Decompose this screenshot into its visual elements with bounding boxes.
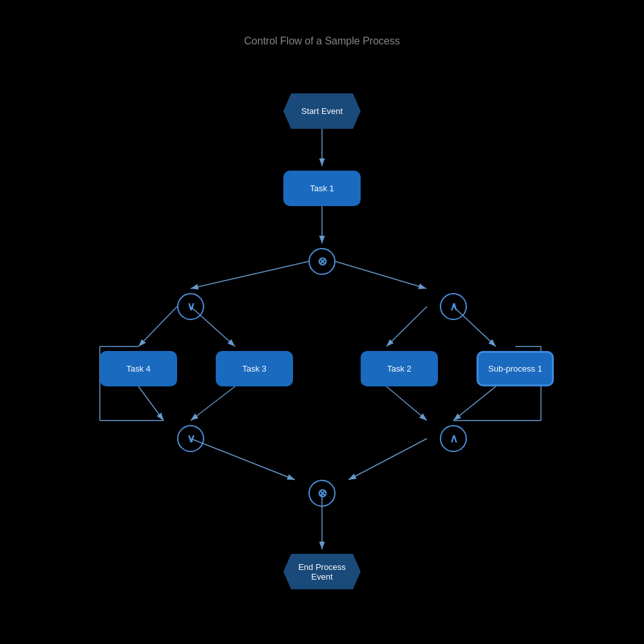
subprocess1-label: Sub-process 1 (488, 364, 542, 374)
task3-label: Task 3 (242, 364, 267, 374)
svg-line-13 (191, 439, 295, 480)
xor-gateway1-node: ⊗ (308, 248, 336, 275)
xor-gateway1-symbol: ⊗ (317, 254, 327, 269)
task2-node: Task 2 (361, 351, 438, 386)
svg-line-9 (138, 386, 164, 421)
and-gateway2-symbol: ∧ (450, 431, 458, 446)
svg-line-3 (191, 261, 308, 289)
diagram-container: Control Flow of a Sample Process (0, 0, 644, 644)
task1-label: Task 1 (310, 184, 334, 193)
or-gateway2-node: ∨ (177, 425, 204, 452)
end-event-node: End ProcessEvent (283, 554, 361, 589)
svg-line-7 (386, 307, 427, 346)
task1-node: Task 1 (283, 171, 361, 206)
and-gateway1-node: ∧ (440, 293, 467, 320)
or-gateway2-symbol: ∨ (187, 431, 195, 446)
or-gateway1-symbol: ∨ (187, 299, 195, 314)
svg-line-4 (336, 261, 426, 289)
task2-label: Task 2 (387, 364, 412, 374)
end-event-label: End ProcessEvent (298, 562, 346, 582)
xor-gateway2-node: ⊗ (308, 480, 336, 507)
task4-node: Task 4 (100, 351, 177, 386)
svg-line-11 (386, 386, 427, 421)
or-gateway1-node: ∨ (177, 293, 204, 320)
svg-line-14 (348, 439, 427, 480)
task4-label: Task 4 (126, 364, 151, 374)
task3-node: Task 3 (216, 351, 293, 386)
svg-line-10 (191, 386, 235, 421)
diagram-title: Control Flow of a Sample Process (0, 35, 644, 47)
and-gateway2-node: ∧ (440, 425, 467, 452)
xor-gateway2-symbol: ⊗ (317, 486, 327, 500)
start-event-node: Start Event (283, 93, 361, 129)
and-gateway1-symbol: ∧ (450, 299, 458, 314)
svg-line-12 (453, 386, 496, 421)
subprocess1-node: Sub-process 1 (477, 351, 554, 386)
start-event-label: Start Event (301, 106, 343, 116)
svg-line-5 (138, 307, 177, 346)
